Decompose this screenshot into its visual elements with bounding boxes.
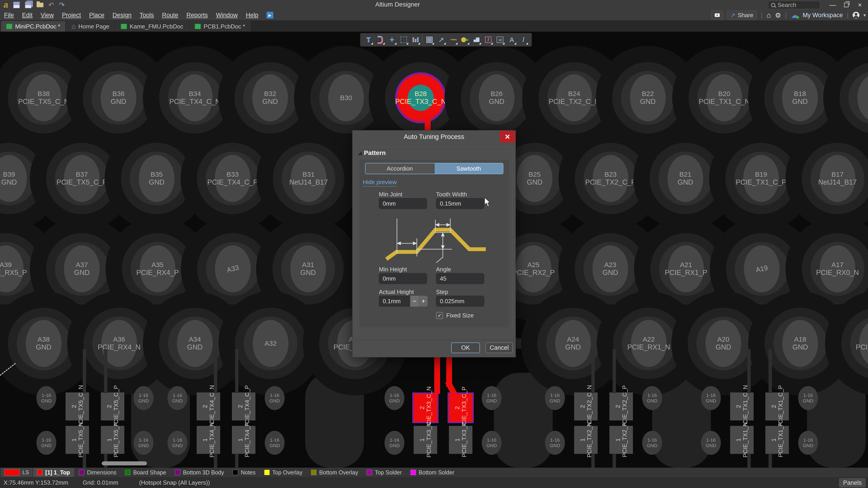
hide-preview-link[interactable]: Hide preview — [363, 179, 397, 187]
smd-pad-PCIE_TX5_C_N[interactable]: 2PCIE_TX5_C_N — [66, 392, 89, 420]
layer-tab-board-shape[interactable]: Board Shape — [121, 468, 170, 477]
doc-tab-home-page[interactable]: ⌂Home Page — [66, 21, 114, 32]
tab-accordion[interactable]: Accordion — [366, 163, 434, 174]
actual-height-input[interactable]: 0.1mm − + — [379, 296, 427, 306]
my-workspace-link[interactable]: My Workspace — [803, 12, 843, 19]
smd-pad-PCIE_TX3_N[interactable]: 1PCIE_TX3_N — [414, 426, 437, 454]
crosshair-tool-icon[interactable]: + — [387, 35, 397, 45]
smd-pad-PCIE_TX3_C_N[interactable]: 2PCIE_TX3_C_N — [412, 392, 438, 423]
select-area-icon[interactable] — [399, 35, 409, 45]
gnd-through-pad[interactable]: 1-16GND — [701, 431, 721, 455]
user-avatar-icon[interactable] — [852, 12, 860, 19]
measure-icon[interactable]: 10 — [495, 35, 505, 45]
layer-tab-top-overlay[interactable]: Top Overlay — [260, 468, 306, 477]
smd-pad-PCIE_TX2_C_N[interactable]: 2PCIE_TX2_C_N — [574, 392, 598, 420]
layer-tab-bottom-overlay[interactable]: Bottom Overlay — [307, 468, 362, 477]
search-input[interactable]: Search — [768, 1, 820, 9]
smd-pad-PCIE_TX2_C_P[interactable]: 2PCIE_TX2_C_P — [610, 392, 633, 420]
tooth-width-input[interactable]: 0.15mm — [436, 198, 484, 209]
menu-help[interactable]: Help — [246, 12, 258, 19]
menu-customize-icon[interactable]: ▶ — [267, 12, 273, 19]
smd-pad-PCIE_TX1_C_N[interactable]: 2PCIE_TX1_C_N — [730, 392, 754, 420]
gnd-through-pad[interactable]: 1-16GND — [482, 386, 502, 410]
smd-pad-PCIE_TX2_N[interactable]: 1PCIE_TX2_N — [574, 426, 598, 454]
menu-place[interactable]: Place — [89, 12, 104, 19]
step-input[interactable]: 0.025mm — [436, 296, 484, 306]
menu-file[interactable]: File — [4, 12, 14, 19]
doc-tab-kame-fmu-pcbdoc[interactable]: Kame_FMU.PcbDoc — [116, 21, 188, 32]
menu-window[interactable]: Window — [216, 12, 238, 19]
gnd-through-pad[interactable]: 1-16GND — [36, 431, 56, 455]
doc-tab-pcb1-pcbdoc-[interactable]: PCB1.PcbDoc * — [189, 21, 250, 32]
smd-pad-PCIE_TX1_P[interactable]: 1PCIE_TX1_P — [765, 426, 789, 454]
place-via-icon[interactable] — [460, 35, 470, 45]
gnd-through-pad[interactable]: 1-16GND — [545, 431, 565, 455]
gnd-through-pad[interactable]: 1-16GND — [642, 386, 662, 410]
comment-button[interactable]: + — [711, 11, 723, 20]
menu-view[interactable]: View — [41, 12, 54, 19]
gnd-through-pad[interactable]: 1-16GND — [798, 386, 818, 410]
gnd-through-pad[interactable]: 1-16GND — [265, 431, 285, 455]
smd-pad-PCIE_TX5_P[interactable]: 1PCIE_TX5_P — [101, 426, 124, 454]
stepper-minus-button[interactable]: − — [410, 296, 419, 306]
gnd-through-pad[interactable]: 1-16GND — [167, 386, 187, 410]
pattern-section-header[interactable]: ◢ Pattern — [358, 149, 385, 157]
filter-tool-icon[interactable] — [364, 35, 373, 45]
minimize-button[interactable]: — — [826, 1, 839, 9]
undo-icon[interactable]: ↶ — [49, 2, 54, 8]
layer-tab-bottom-solder[interactable]: Bottom Solder — [407, 468, 458, 477]
gnd-through-pad[interactable]: 1-16GND — [482, 431, 502, 455]
smd-pad-PCIE_TX3_P[interactable]: 1PCIE_TX3_P — [449, 426, 472, 454]
align-objects-icon[interactable] — [410, 35, 421, 45]
restore-button[interactable] — [839, 1, 853, 9]
layer-tab-top-solder[interactable]: Top Solder — [363, 468, 405, 477]
snap-magnet-icon[interactable] — [375, 35, 385, 45]
menu-edit[interactable]: Edit — [22, 12, 33, 19]
gnd-through-pad[interactable]: 1-16GND — [265, 386, 285, 410]
home-icon[interactable]: ⌂ — [767, 11, 771, 20]
gnd-through-pad[interactable]: 1-16GND — [545, 386, 565, 410]
layer-tab--1-1-top[interactable]: [1] 1_Top — [33, 468, 74, 477]
chevron-down-icon[interactable]: ▾ — [864, 12, 866, 18]
gnd-through-pad[interactable]: 1-16GND — [384, 431, 404, 455]
doc-tab-minipc-pcbdoc-[interactable]: MiniPC.PcbDoc * — [1, 21, 65, 32]
panels-button[interactable]: Panels — [839, 478, 866, 487]
menu-design[interactable]: Design — [113, 12, 131, 19]
min-height-input[interactable]: 0mm — [379, 273, 427, 284]
tab-sawtooth[interactable]: Sawtooth — [434, 163, 503, 174]
place-string-icon[interactable]: A — [507, 35, 517, 45]
smd-pad-PCIE_TX5_N[interactable]: 1PCIE_TX5_N — [66, 426, 89, 454]
dialog-close-button[interactable]: ✕ — [500, 131, 515, 142]
menu-tools[interactable]: Tools — [140, 12, 154, 19]
share-button[interactable]: ↗ Share — [727, 11, 757, 20]
gnd-through-pad[interactable]: 1-16GND — [167, 431, 187, 455]
angle-input[interactable]: 45 — [436, 273, 484, 284]
smd-pad-PCIE_TX3_C_P[interactable]: 2PCIE_TX3_C_P — [447, 392, 474, 423]
polygon-pour-icon[interactable] — [471, 35, 482, 45]
layer-tab-bottom-3d-body[interactable]: Bottom 3D Body — [171, 468, 228, 477]
stepper-plus-button[interactable]: + — [419, 296, 428, 306]
smd-pad-PCIE_TX1_N[interactable]: 1PCIE_TX1_N — [730, 426, 754, 454]
place-line-icon[interactable]: / — [519, 35, 528, 45]
gnd-through-pad[interactable]: 1-16GND — [701, 386, 721, 410]
smd-pad-PCIE_TX4_C_N[interactable]: 2PCIE_TX4_C_N — [197, 392, 220, 420]
smd-pad-PCIE_TX5_C_P[interactable]: 2PCIE_TX5_C_P — [101, 392, 124, 420]
layer-set-tab[interactable]: LS — [1, 468, 32, 477]
interactive-tune-icon[interactable]: ~~ — [448, 35, 458, 45]
layer-tab-notes[interactable]: Notes — [229, 468, 259, 477]
gnd-through-pad[interactable]: 1-16GND — [642, 431, 662, 455]
smd-pad-PCIE_TX4_N[interactable]: 1PCIE_TX4_N — [197, 426, 220, 454]
smd-pad-PCIE_TX4_C_P[interactable]: 2PCIE_TX4_C_P — [232, 392, 255, 420]
gnd-through-pad[interactable]: 1-16GND — [36, 386, 56, 410]
open-document-icon[interactable] — [37, 3, 43, 7]
place-component-icon[interactable] — [425, 35, 434, 45]
gnd-through-pad[interactable]: 1-16GND — [798, 431, 818, 455]
save-icon[interactable] — [13, 2, 20, 8]
menu-project[interactable]: Project — [62, 12, 81, 19]
smd-pad-PCIE_TX1_C_P[interactable]: 2PCIE_TX1_C_P — [765, 392, 789, 420]
close-button[interactable]: × — [853, 1, 867, 9]
gnd-through-pad[interactable]: 1-16GND — [384, 386, 404, 410]
settings-gear-icon[interactable]: ⚙ — [775, 11, 781, 19]
fixed-size-checkbox[interactable]: ✓ — [436, 312, 443, 319]
gnd-through-pad[interactable]: 1-16GND — [133, 386, 153, 410]
